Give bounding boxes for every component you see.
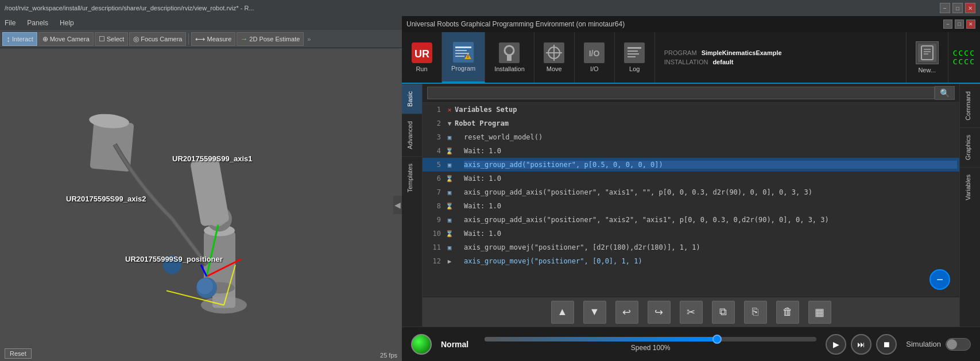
viewport[interactable]: UR20175599S99_axis1 UR20175595S99_axis2 …: [0, 48, 402, 361]
skip-button[interactable]: ⏭: [851, 334, 871, 355]
line-number-3: 3: [425, 133, 441, 141]
focus-camera-button[interactable]: ◎ Focus Camera: [129, 32, 186, 46]
line-icon-7: ▣: [444, 189, 455, 196]
tab-variables[interactable]: Variables: [960, 167, 980, 207]
fps-display: 25 fps: [380, 352, 397, 359]
line-icon-11: ▣: [444, 244, 455, 251]
move-down-button[interactable]: ▼: [583, 301, 606, 324]
status-indicator: [411, 334, 432, 355]
redo-button[interactable]: ↪: [648, 301, 671, 324]
speed-slider[interactable]: [485, 337, 816, 341]
nav-log[interactable]: Log: [615, 32, 655, 83]
close-button[interactable]: ✕: [965, 3, 975, 13]
minus-button[interactable]: −: [929, 269, 950, 290]
new-area[interactable]: New...: [906, 32, 948, 83]
menu-help[interactable]: Help: [57, 19, 76, 27]
svg-rect-52: [627, 53, 639, 55]
line-icon-12: ▶: [444, 258, 455, 265]
ur-content: Basic Advanced Templates 🔍 1✕Variable: [402, 84, 980, 327]
line-number-5: 5: [425, 161, 441, 169]
nav-move[interactable]: Move: [534, 32, 575, 83]
grid-button[interactable]: ▦: [808, 301, 831, 324]
line-icon-4: ⌛: [444, 147, 455, 155]
minimize-button[interactable]: −: [940, 3, 950, 13]
svg-text:I/O: I/O: [589, 49, 600, 58]
ur-minimize-button[interactable]: −: [943, 20, 952, 29]
copy-button[interactable]: ⧉: [712, 301, 735, 324]
program-line-3[interactable]: 3▣reset_world_model(): [423, 130, 959, 144]
svg-rect-50: [627, 47, 641, 49]
status-label: Normal: [441, 340, 475, 349]
search-button[interactable]: 🔍: [935, 86, 955, 100]
menu-file[interactable]: File: [2, 19, 18, 27]
line-content-6: Wait: 1.0: [464, 174, 957, 183]
simulation-toggle[interactable]: [946, 338, 971, 351]
line-content-4: Wait: 1.0: [464, 147, 957, 155]
move-up-button[interactable]: ▲: [551, 301, 574, 324]
new-label: New...: [918, 67, 936, 73]
panel-collapse-arrow[interactable]: ◀: [393, 196, 402, 214]
program-line-11[interactable]: 11▣axis_group_movej("positioner", [d2r(1…: [423, 240, 959, 254]
tab-basic[interactable]: Basic: [402, 84, 422, 114]
pose-estimate-button[interactable]: → 2D Pose Estimate: [237, 32, 304, 46]
tab-command[interactable]: Command: [960, 84, 980, 127]
tab-templates[interactable]: Templates: [402, 156, 422, 199]
line-icon-6: ⌛: [444, 175, 455, 183]
left-side-tabs: Basic Advanced Templates: [402, 84, 423, 327]
toolbar-overflow[interactable]: »: [305, 34, 313, 44]
program-line-7[interactable]: 7▣axis_group_add_axis("positioner", "axi…: [423, 185, 959, 199]
nav-io-label: I/O: [590, 65, 599, 72]
line-number-4: 4: [425, 147, 441, 155]
program-line-9[interactable]: 9▣axis_group_add_axis("positioner", "axi…: [423, 213, 959, 227]
program-line-5[interactable]: 5▣axis_group_add("positioner", p[0.5, 0,…: [423, 158, 959, 172]
select-button[interactable]: ☐ Select: [95, 32, 129, 46]
ur-maximize-button[interactable]: □: [955, 20, 964, 29]
nav-run[interactable]: UR Run: [402, 32, 442, 83]
nav-io[interactable]: I/O I/O: [575, 32, 615, 83]
undo-button[interactable]: ↩: [615, 301, 638, 324]
program-line-8[interactable]: 8⌛Wait: 1.0: [423, 199, 959, 213]
line-number-2: 2: [425, 119, 441, 127]
nav-program[interactable]: ! Program: [442, 32, 485, 83]
maximize-button[interactable]: □: [952, 3, 963, 13]
move-camera-button[interactable]: ⊕ Move Camera: [38, 32, 94, 46]
toggle-knob: [947, 339, 957, 350]
search-input[interactable]: [427, 87, 935, 99]
tab-advanced[interactable]: Advanced: [402, 114, 422, 156]
program-line-2[interactable]: 2▼Robot Program: [423, 117, 959, 130]
nav-move-label: Move: [547, 65, 562, 72]
svg-point-23: [163, 256, 181, 274]
nav-run-label: Run: [416, 65, 427, 72]
svg-text:UR: UR: [415, 48, 429, 60]
reset-button[interactable]: Reset: [5, 348, 32, 359]
stop-button[interactable]: ⏹: [876, 334, 897, 355]
cut-button[interactable]: ✂: [680, 301, 703, 324]
interact-button[interactable]: ↕ Interact: [2, 32, 37, 46]
play-button[interactable]: ▶: [826, 334, 846, 355]
ur-close-button[interactable]: ✕: [966, 20, 975, 29]
line-number-6: 6: [425, 174, 441, 183]
program-line-1[interactable]: 1✕Variables Setup: [423, 103, 959, 117]
program-line-4[interactable]: 4⌛Wait: 1.0: [423, 144, 959, 158]
nav-installation[interactable]: Installation: [485, 32, 534, 83]
installation-icon: [499, 42, 520, 63]
svg-rect-35: [455, 50, 467, 51]
program-line-6[interactable]: 6⌛Wait: 1.0: [423, 172, 959, 185]
ur-editor: 🔍 1✕Variables Setup2▼Robot Program3▣rese…: [423, 84, 959, 327]
nav-installation-label: Installation: [494, 65, 525, 72]
tab-graphics[interactable]: Graphics: [960, 127, 980, 167]
simulation-label: Simulation: [906, 340, 941, 348]
program-list[interactable]: 1✕Variables Setup2▼Robot Program3▣reset_…: [423, 103, 959, 274]
menu-panels[interactable]: Panels: [25, 19, 51, 27]
speed-slider-fill: [485, 337, 717, 341]
program-line-10[interactable]: 10⌛Wait: 1.0: [423, 227, 959, 240]
line-content-9: axis_group_add_axis("positioner", "axis2…: [464, 216, 957, 224]
svg-rect-53: [627, 56, 636, 57]
program-line-12[interactable]: 12▶axis_group_movej("positioner", [0,0],…: [423, 254, 959, 268]
cc-row1: CCCC: [953, 49, 975, 57]
move-icon: [544, 42, 564, 63]
svg-rect-34: [455, 46, 471, 48]
measure-button[interactable]: ⟷ Measure: [191, 32, 235, 46]
paste-button[interactable]: ⎘: [744, 301, 767, 324]
delete-button[interactable]: 🗑: [776, 301, 799, 324]
